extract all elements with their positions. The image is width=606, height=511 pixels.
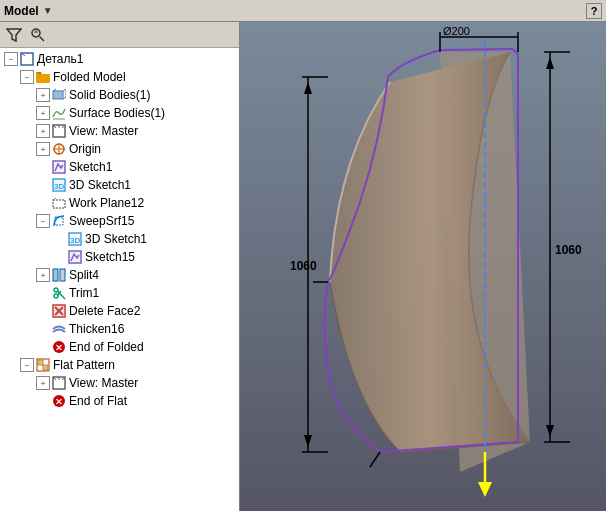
tree-item[interactable]: 3D 3D Sketch1 xyxy=(0,176,239,194)
svg-rect-31 xyxy=(53,269,58,281)
tree-item-label: Thicken16 xyxy=(69,322,124,336)
tree-expander[interactable]: + xyxy=(36,376,50,390)
help-button[interactable]: ? xyxy=(586,3,602,19)
tree-expander[interactable]: + xyxy=(36,88,50,102)
sketch-icon xyxy=(51,159,67,175)
tree-expander[interactable]: − xyxy=(20,70,34,84)
tree-expander[interactable]: + xyxy=(36,268,50,282)
sweep-icon xyxy=(51,213,67,229)
svg-rect-9 xyxy=(53,91,63,99)
tree-item-label: Work Plane12 xyxy=(69,196,144,210)
tree-item-label: Sketch15 xyxy=(85,250,135,264)
svg-rect-21 xyxy=(53,161,65,173)
filter-button[interactable] xyxy=(4,25,24,45)
3dsketch-icon: 3D xyxy=(51,177,67,193)
svg-marker-0 xyxy=(7,29,21,41)
tree-expander-empty xyxy=(36,178,50,192)
tree-expander-empty xyxy=(52,232,66,246)
error-icon: ✕ xyxy=(51,339,67,355)
tree-item[interactable]: ✕ End of Flat xyxy=(0,392,239,410)
trim-icon xyxy=(51,285,67,301)
svg-text:✕: ✕ xyxy=(55,397,63,407)
tree-item[interactable]: + View: Master xyxy=(0,122,239,140)
tree-item[interactable]: Sketch15 xyxy=(0,248,239,266)
thicken-icon xyxy=(51,321,67,337)
svg-text:1060: 1060 xyxy=(290,259,317,273)
tree-expander-empty xyxy=(36,196,50,210)
tree-item[interactable]: Thicken16 xyxy=(0,320,239,338)
tree-expander-empty xyxy=(52,250,66,264)
tree-item-label: Origin xyxy=(69,142,101,156)
tree-item[interactable]: − Folded Model xyxy=(0,68,239,86)
tree-item-label: Surface Bodies(1) xyxy=(69,106,165,120)
tree-expander-empty xyxy=(36,322,50,336)
tree-item[interactable]: + Surface Bodies(1) xyxy=(0,104,239,122)
svg-rect-24 xyxy=(53,200,65,208)
tree-item-label: End of Folded xyxy=(69,340,144,354)
tree-expander[interactable]: − xyxy=(4,52,18,66)
tree-item[interactable]: 3D 3D Sketch1 xyxy=(0,230,239,248)
view-icon xyxy=(51,123,67,139)
tree-expander[interactable]: + xyxy=(36,124,50,138)
3d-view: Ø200 1060 1060 xyxy=(240,22,606,511)
part-icon xyxy=(19,51,35,67)
tree-item[interactable]: − SweepSrf15 xyxy=(0,212,239,230)
tree-expander[interactable]: + xyxy=(36,106,50,120)
search-button[interactable] xyxy=(28,25,48,45)
tree-item-label: End of Flat xyxy=(69,394,127,408)
surface-icon xyxy=(51,105,67,121)
svg-text:3D: 3D xyxy=(54,182,64,191)
folder-icon xyxy=(35,69,51,85)
view-icon xyxy=(51,375,67,391)
tree-expander[interactable]: − xyxy=(36,214,50,228)
tree-expander-empty xyxy=(36,340,50,354)
tree-expander-empty xyxy=(36,304,50,318)
tree-panel: − Деталь1− Folded Model+ xyxy=(0,22,240,511)
tree-expander[interactable]: − xyxy=(20,358,34,372)
toolbar xyxy=(0,22,239,48)
tree-item[interactable]: Work Plane12 xyxy=(0,194,239,212)
split-icon xyxy=(51,267,67,283)
tree-item[interactable]: + Origin xyxy=(0,140,239,158)
3dsketch-icon: 3D xyxy=(67,231,83,247)
solid-icon xyxy=(51,87,67,103)
tree-item[interactable]: + Solid Bodies(1) xyxy=(0,86,239,104)
tree-item-label: Деталь1 xyxy=(37,52,83,66)
view-panel: Ø200 1060 1060 xyxy=(240,22,606,511)
tree-item[interactable]: Sketch1 xyxy=(0,158,239,176)
tree-item-label: 3D Sketch1 xyxy=(85,232,147,246)
error-icon: ✕ xyxy=(51,393,67,409)
svg-rect-30 xyxy=(69,251,81,263)
origin-icon xyxy=(51,141,67,157)
tree-item[interactable]: ✕ End of Folded xyxy=(0,338,239,356)
svg-text:Ø200: Ø200 xyxy=(443,25,470,37)
title-bar-left: Model ▼ xyxy=(4,4,53,18)
tree-item-label: Flat Pattern xyxy=(53,358,115,372)
svg-text:3D: 3D xyxy=(70,236,80,245)
tree-expander-empty xyxy=(36,286,50,300)
svg-line-2 xyxy=(40,36,45,41)
tree-expander-empty xyxy=(36,160,50,174)
tree-item-label: View: Master xyxy=(69,124,138,138)
tree-container[interactable]: − Деталь1− Folded Model+ xyxy=(0,48,239,511)
svg-rect-43 xyxy=(38,360,43,365)
tree-item[interactable]: − Flat Pattern xyxy=(0,356,239,374)
tree-item[interactable]: Delete Face2 xyxy=(0,302,239,320)
tree-item-label: Delete Face2 xyxy=(69,304,140,318)
title-bar: Model ▼ ? xyxy=(0,0,606,22)
svg-line-35 xyxy=(58,291,66,299)
tree-item[interactable]: + Split4 xyxy=(0,266,239,284)
tree-item[interactable]: − Деталь1 xyxy=(0,50,239,68)
tree-item-label: 3D Sketch1 xyxy=(69,178,131,192)
tree-item-label: Trim1 xyxy=(69,286,99,300)
tree-expander-empty xyxy=(36,394,50,408)
tree-item-label: Split4 xyxy=(69,268,99,282)
sketch-icon xyxy=(67,249,83,265)
svg-rect-44 xyxy=(43,365,48,370)
main-content: − Деталь1− Folded Model+ xyxy=(0,22,606,511)
tree-item[interactable]: + View: Master xyxy=(0,374,239,392)
tree-item[interactable]: Trim1 xyxy=(0,284,239,302)
svg-text:✕: ✕ xyxy=(55,343,63,353)
tree-expander[interactable]: + xyxy=(36,142,50,156)
dropdown-arrow-icon[interactable]: ▼ xyxy=(43,5,53,16)
